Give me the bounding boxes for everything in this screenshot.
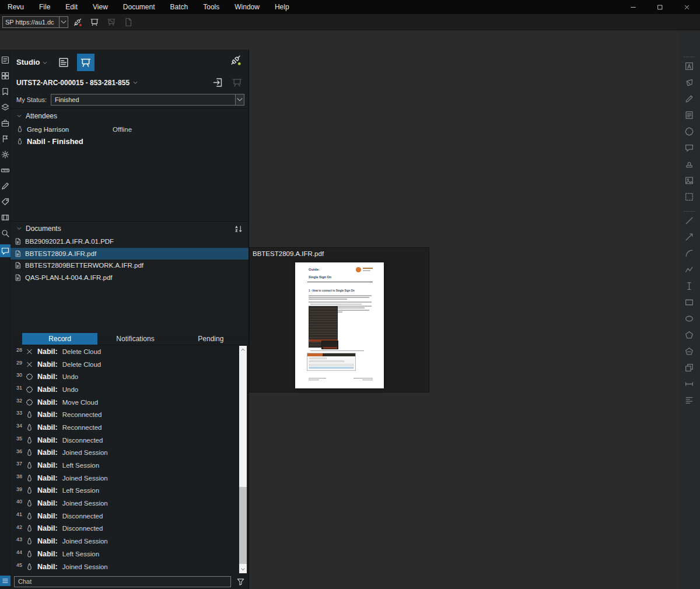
studio-sessions-button[interactable] (77, 54, 94, 71)
tab-notifications[interactable]: Notifications (97, 333, 173, 345)
arrow-icon[interactable] (684, 232, 694, 242)
markups-icon[interactable] (1, 181, 10, 191)
studio-projects-button[interactable] (55, 54, 72, 71)
document-row[interactable]: QAS-PLAN-L4-004.A.IFR.pdf (10, 272, 249, 284)
record-item[interactable]: 37Nabil:Left Session (10, 459, 249, 472)
attendee-row[interactable]: Greg HarrisonOffline (10, 123, 249, 135)
measurement-list-icon[interactable] (684, 395, 694, 405)
attendees-header[interactable]: Attendees (10, 109, 249, 123)
stamp-icon[interactable] (684, 159, 694, 169)
record-item[interactable]: 30Nabil:Undo (10, 370, 249, 383)
menu-item-tools[interactable]: Tools (195, 0, 227, 14)
record-item[interactable]: 28Nabil:Delete Cloud (10, 345, 249, 358)
record-item[interactable]: 33Nabil:Reconnected (10, 408, 249, 421)
menu-item-file[interactable]: File (32, 0, 58, 14)
layers-icon[interactable] (1, 103, 10, 112)
present-session-button[interactable] (87, 15, 102, 29)
text-box-icon[interactable] (684, 61, 694, 71)
close-button[interactable] (673, 0, 700, 14)
record-item[interactable]: 41Nabil:Disconnected (10, 510, 249, 523)
document-row[interactable]: BB29092021.A.IFR.A.01.PDF (10, 236, 249, 248)
tab-pending[interactable]: Pending (173, 333, 249, 345)
record-item[interactable]: 38Nabil:Joined Session (10, 472, 249, 485)
record-item[interactable]: 32Nabil:Move Cloud (10, 396, 249, 409)
scrollbar-thumb[interactable] (239, 487, 247, 565)
pen-icon[interactable] (684, 94, 694, 104)
chevron-down-icon[interactable] (132, 80, 138, 86)
maximize-button[interactable] (646, 0, 673, 14)
snapshot-icon[interactable] (684, 192, 694, 202)
record-item[interactable]: 31Nabil:Undo (10, 383, 249, 396)
record-item[interactable]: 35Nabil:Disconnected (10, 434, 249, 447)
connected-plug-icon[interactable] (230, 54, 242, 66)
measurements-icon[interactable] (1, 166, 10, 175)
record-item[interactable]: 42Nabil:Disconnected (10, 523, 249, 535)
studio-server-select[interactable]: SP https://au1.dc (2, 16, 68, 28)
record-scrollbar[interactable] (239, 346, 247, 573)
sort-az-icon[interactable] (234, 225, 243, 233)
document-row[interactable]: BBTEST2809BETTERWORK.A.IFR.pdf (10, 260, 249, 272)
tab-record[interactable]: Record (22, 333, 97, 345)
image-icon[interactable] (684, 176, 694, 185)
thumbnails-icon[interactable] (1, 71, 10, 80)
forms-icon[interactable] (1, 134, 10, 143)
my-status-select[interactable]: Finished (51, 94, 244, 106)
record-item[interactable]: 45Nabil:Joined Session (10, 560, 249, 573)
menu-item-document[interactable]: Document (116, 0, 163, 14)
arc-icon[interactable] (684, 248, 694, 258)
scroll-down-icon[interactable] (239, 566, 247, 573)
scroll-up-icon[interactable] (239, 346, 247, 353)
record-item[interactable]: 36Nabil:Joined Session (10, 447, 249, 460)
bookmarks-icon[interactable] (1, 87, 10, 96)
polygon-cutout-icon[interactable] (684, 346, 694, 356)
speech-bubble-icon[interactable] (684, 143, 694, 153)
dimension-vertical-icon[interactable] (684, 281, 694, 291)
menu-item-help[interactable]: Help (267, 0, 297, 14)
spaces-icon[interactable] (1, 213, 10, 222)
ellipse-icon[interactable] (684, 314, 694, 324)
file-access-icon[interactable] (1, 55, 10, 65)
links-icon[interactable] (1, 197, 10, 206)
rectangle-icon[interactable] (684, 297, 694, 307)
record-item[interactable]: 40Nabil:Joined Session (10, 497, 249, 510)
document-preview-panel[interactable]: BBTEST2809.A.IFR.pdf Guide: Single Sign … (249, 247, 429, 392)
documents-header[interactable]: Documents (10, 222, 249, 236)
toolchest-icon[interactable] (1, 118, 10, 128)
chevron-down-icon[interactable] (42, 60, 48, 66)
callout-icon[interactable] (684, 78, 694, 87)
filter-icon[interactable] (236, 577, 245, 586)
properties-gear-icon[interactable] (1, 150, 10, 159)
delete-x-icon (26, 348, 33, 356)
studio-icon[interactable] (0, 244, 10, 257)
chat-input[interactable] (14, 576, 231, 587)
chevron-down-icon[interactable] (235, 94, 244, 105)
menu-item-view[interactable]: View (85, 0, 116, 14)
note-icon[interactable] (684, 110, 694, 120)
session-id[interactable]: UITST2-ARC-000015 - 853-281-855 (16, 79, 130, 87)
chevron-down-icon[interactable] (59, 17, 68, 27)
line-icon[interactable] (684, 216, 694, 226)
minimize-button[interactable] (620, 0, 646, 14)
search-icon[interactable] (1, 229, 10, 238)
leave-session-icon[interactable] (212, 77, 223, 88)
polygon-duplicate-icon[interactable] (684, 363, 694, 373)
polygon-icon[interactable] (684, 330, 694, 340)
finish-session-icon[interactable] (232, 77, 243, 88)
chat-panel-icon[interactable] (0, 576, 10, 586)
menu-item-batch[interactable]: Batch (163, 0, 196, 14)
menu-item-window[interactable]: Window (227, 0, 267, 14)
cloud-tool-icon[interactable] (684, 127, 694, 136)
record-item[interactable]: 44Nabil:Left Session (10, 548, 249, 560)
dimension-horizontal-icon[interactable] (684, 379, 694, 389)
polyline-icon[interactable] (684, 265, 694, 275)
record-item[interactable]: 34Nabil:Reconnected (10, 421, 249, 434)
document-row[interactable]: BBTEST2809.A.IFR.pdf (10, 248, 249, 260)
record-item[interactable]: 43Nabil:Joined Session (10, 535, 249, 548)
studio-disconnect-button[interactable] (70, 15, 85, 29)
document-preview-thumbnail[interactable]: Guide: Single Sign On 1 - How to connect… (295, 262, 384, 388)
menu-item-edit[interactable]: Edit (58, 0, 85, 14)
attendee-row[interactable]: Nabil - Finished (10, 135, 249, 148)
record-item[interactable]: 39Nabil:Left Session (10, 485, 249, 497)
menu-item-revu[interactable]: Revu (0, 0, 32, 14)
record-item[interactable]: 29Nabil:Delete Cloud (10, 358, 249, 371)
